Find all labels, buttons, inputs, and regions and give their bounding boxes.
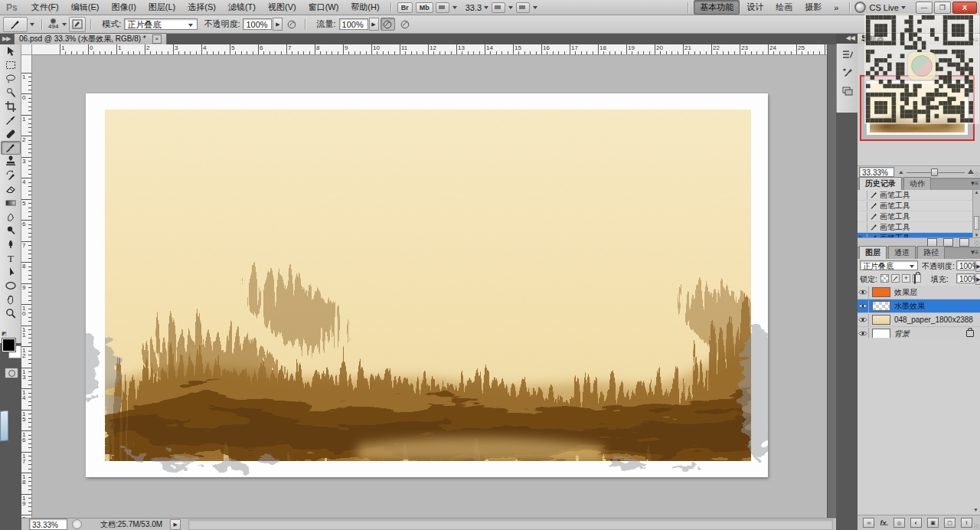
path-selection-tool[interactable] (1, 265, 21, 279)
tab-通道[interactable]: 通道 (888, 246, 916, 259)
document-tab[interactable]: 06.psd @ 33.3% (水墨效果, RGB/8) * × (14, 33, 167, 44)
menu-图层[interactable]: 图层(L) (142, 0, 181, 15)
bridge-button[interactable]: Br (397, 2, 413, 13)
eyedropper-tool[interactable] (1, 113, 21, 127)
opacity-field[interactable]: 100% (243, 18, 272, 30)
navigator-zoom-slider-thumb[interactable] (931, 168, 938, 176)
lock-transparency-icon[interactable] (880, 274, 889, 283)
tab-图层[interactable]: 图层 (859, 246, 887, 259)
healing-brush-tool[interactable] (1, 127, 21, 141)
mini-bridge-button[interactable]: Mb (416, 2, 433, 13)
history-brush-source-box[interactable] (858, 212, 867, 221)
crop-tool[interactable] (1, 100, 21, 113)
workspace-摄影[interactable]: 摄影 (799, 1, 827, 14)
arrange-documents-icon[interactable] (492, 2, 505, 13)
dock-collapse-button[interactable]: ◀◀ (836, 34, 858, 44)
quick-mask-button[interactable] (5, 368, 18, 378)
opacity-slider-button[interactable]: ▶ (273, 18, 283, 31)
menu-编辑[interactable]: 编辑(E) (65, 0, 106, 15)
navigator-zoom-field[interactable]: 33.33% (859, 167, 894, 177)
restore-button[interactable]: ❐ (934, 2, 951, 14)
history-state[interactable]: 画笔工具 (858, 222, 980, 233)
flow-field[interactable]: 100% (339, 18, 368, 30)
app-zoom-level[interactable]: 33.3 (466, 3, 482, 12)
tablet-opacity-icon[interactable] (284, 18, 299, 31)
default-swatches-icon[interactable]: ◩ (2, 331, 20, 339)
delete-state-icon[interactable] (959, 238, 969, 247)
clone-source-icon[interactable] (840, 83, 855, 99)
layer-visibility-toggle[interactable] (858, 286, 869, 299)
horizontal-scrollbar[interactable] (188, 519, 833, 530)
ellipse-tool[interactable] (1, 279, 21, 293)
hand-tool[interactable] (1, 293, 21, 306)
dodge-tool[interactable] (1, 224, 21, 237)
pen-tool[interactable] (1, 237, 21, 251)
quick-selection-tool[interactable] (1, 86, 21, 100)
adjustment-layer-icon[interactable]: ◐ (910, 518, 922, 528)
foreground-color-swatch[interactable] (2, 339, 15, 352)
toggle-brush-panel-button[interactable] (69, 17, 86, 32)
canvas-pasteboard[interactable] (32, 55, 827, 518)
gradient-tool[interactable] (1, 196, 21, 210)
menu-图像[interactable]: 图像(I) (105, 0, 142, 15)
panel-resize-grip[interactable] (974, 172, 979, 177)
delete-layer-icon[interactable]: t (961, 518, 972, 528)
lasso-tool[interactable] (1, 72, 21, 86)
layer-style-icon[interactable]: fx. (880, 519, 888, 527)
history-brush-tool[interactable] (1, 168, 21, 182)
brush-tool[interactable] (1, 141, 21, 155)
workspace-绘画[interactable]: 绘画 (770, 1, 798, 14)
layers-fill-field[interactable]: 100% (956, 273, 975, 283)
marquee-tool[interactable] (1, 58, 21, 72)
smudge-tool[interactable] (1, 210, 21, 224)
document-canvas[interactable] (86, 93, 768, 477)
tab-路径[interactable]: 路径 (917, 246, 945, 259)
status-zoom-field[interactable]: 33.33% (29, 519, 67, 530)
move-tool[interactable] (1, 44, 21, 58)
brush-presets-icon[interactable] (840, 65, 855, 80)
menu-窗口[interactable]: 窗口(W) (302, 0, 345, 15)
workspace-设计[interactable]: 设计 (741, 1, 769, 14)
opacity-arrow-button[interactable]: ▶ (975, 260, 980, 272)
tab-动作[interactable]: 动作 (903, 177, 931, 190)
status-options-button[interactable]: ▶ (170, 519, 181, 530)
panel-menu-icon[interactable]: ▼≡ (969, 249, 978, 256)
history-state[interactable]: 画笔工具 (858, 201, 980, 211)
fill-arrow-button[interactable]: ▶ (975, 273, 980, 285)
clone-stamp-tool[interactable] (1, 155, 21, 168)
layer-thumbnail[interactable] (872, 301, 890, 311)
zoom-in-icon[interactable] (968, 169, 974, 174)
guides-extras-icon[interactable] (436, 2, 449, 13)
menu-视图[interactable]: 视图(V) (262, 0, 302, 15)
close-button[interactable]: X (952, 2, 977, 14)
tab-close-icon[interactable]: × (152, 34, 162, 44)
lock-pixels-icon[interactable] (891, 274, 900, 283)
link-layers-icon[interactable]: ∞ (863, 518, 874, 528)
layer-blend-mode-select[interactable]: 正片叠底 (860, 260, 918, 270)
menu-帮助[interactable]: 帮助(H) (345, 0, 385, 15)
airbrush-toggle[interactable] (381, 18, 395, 31)
tab-历史记录[interactable]: 历史记录 (859, 177, 902, 190)
history-state[interactable]: 画笔工具 (858, 211, 980, 222)
brush-preset-picker[interactable]: 494 (48, 18, 58, 30)
layers-scroll-down-icon[interactable]: ▼ (973, 507, 978, 512)
menu-滤镜[interactable]: 滤镜(T) (222, 0, 262, 15)
history-state[interactable]: 画笔工具 (858, 190, 980, 201)
type-tool[interactable]: T (1, 251, 21, 265)
flow-slider-button[interactable]: ▶ (369, 18, 379, 31)
zoom-tool[interactable] (1, 306, 21, 320)
lock-position-icon[interactable]: + (902, 274, 910, 283)
lock-all-icon[interactable] (913, 274, 921, 283)
menu-文件[interactable]: 文件(F) (25, 0, 65, 15)
minimize-button[interactable]: — (916, 2, 933, 14)
current-tool-chip[interactable] (3, 17, 28, 32)
layer-row[interactable]: 效果层 (858, 286, 980, 299)
layer-visibility-toggle[interactable] (858, 314, 869, 326)
layer-name[interactable]: 048_paper_1800x2388 (894, 316, 980, 324)
layer-row[interactable]: 水墨效果 (858, 299, 980, 313)
panel-resize-grip[interactable] (974, 240, 979, 246)
layer-thumbnail[interactable] (872, 315, 890, 325)
new-layer-icon[interactable]: ▢ (944, 518, 956, 528)
panel-resize-grip[interactable] (974, 524, 979, 529)
layer-name[interactable]: 水墨效果 (894, 301, 980, 312)
